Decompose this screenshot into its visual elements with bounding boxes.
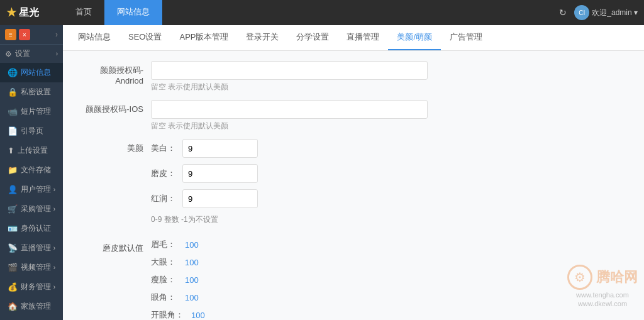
openeyecorner-label: 开眼角： <box>151 309 189 320</box>
sidebar-item-label: 网站信息 <box>21 67 51 78</box>
sidebar-item-label: 私密设置 <box>21 87 51 97</box>
sidebar-item-users[interactable]: 👤 用户管理 › <box>0 180 63 199</box>
sidebar-item-label: 上传设置 <box>18 145 48 156</box>
ios-auth-hint: 留空 表示使用默认美颜 <box>151 121 440 131</box>
sidebar-item-site-info[interactable]: 🌐 网站信息 <box>0 63 63 82</box>
range-hint: 0-9 整数 -1为不设置 <box>151 214 440 225</box>
sidebar-item-family[interactable]: 🏠 家族管理 <box>0 297 63 316</box>
tab-seo[interactable]: SEO设置 <box>119 25 170 50</box>
tab-beauty[interactable]: 美颜/萌颜 <box>388 25 441 50</box>
ios-auth-label: 颜颜授权码-IOS <box>75 100 151 115</box>
ruddy-row: 红润： <box>151 189 440 208</box>
sidebar-item-label: 财务管理 <box>21 282 51 292</box>
brow-label: 眉毛： <box>151 239 182 250</box>
sidebar-item-label: 直播管理 <box>21 243 51 253</box>
arrow-icon: › <box>53 206 55 212</box>
android-auth-content: 留空 表示使用默认美颜 <box>151 61 440 92</box>
settings-label: 设置 <box>15 48 30 59</box>
sidebar: ≡ × › ⚙ 设置 › 🌐 网站信息 🔒 私密设置 📹 短片管理 📄 引导页 … <box>0 25 63 320</box>
tab-app-version[interactable]: APP版本管理 <box>170 25 237 50</box>
arrow-icon: › <box>53 264 55 271</box>
shorts-icon: 📹 <box>8 107 18 116</box>
brow-value: 100 <box>185 240 199 250</box>
sidebar-item-upload[interactable]: ⬆ 上传设置 <box>0 141 63 160</box>
content-area: 网站信息 SEO设置 APP版本管理 登录开关 分学设置 直播管理 美颜/萌颜 … <box>63 25 644 320</box>
tab-site-info[interactable]: 网站信息 <box>104 0 162 25</box>
tab-share-settings[interactable]: 分学设置 <box>287 25 338 50</box>
upload-icon: ⬆ <box>8 146 14 155</box>
avatar: CI <box>574 5 589 20</box>
user-label[interactable]: 欢迎_admin ▾ <box>592 8 638 18</box>
sidebar-item-label: 采购管理 <box>21 204 51 214</box>
main-layout: ≡ × › ⚙ 设置 › 🌐 网站信息 🔒 私密设置 📹 短片管理 📄 引导页 … <box>0 25 644 320</box>
finance-icon: 💰 <box>8 282 18 292</box>
ios-auth-row: 颜颜授权码-IOS 留空 表示使用默认美颜 <box>75 100 631 131</box>
arrow-icon: › <box>53 245 55 251</box>
sidebar-item-guide[interactable]: 📄 引导页 <box>0 121 63 141</box>
beauty-content: 美白： 磨皮： 红润： 0-9 整数 -1为不设置 <box>151 139 440 231</box>
site-info-icon: 🌐 <box>8 68 18 77</box>
skin-input[interactable] <box>182 164 258 183</box>
whitening-input[interactable] <box>182 139 258 158</box>
sidebar-item-auth[interactable]: 🪪 身份认证 <box>0 219 63 238</box>
sidebar-item-label: 文件存储 <box>21 165 51 175</box>
sidebar-collapse[interactable]: › <box>55 30 58 39</box>
users-icon: 👤 <box>8 185 18 194</box>
sidebar-btn-menu[interactable]: ≡ <box>5 29 16 40</box>
sidebar-item-privacy[interactable]: 🔒 私密设置 <box>0 82 63 102</box>
android-auth-row: 颜颜授权码-Andriod 留空 表示使用默认美颜 <box>75 61 631 92</box>
star-icon: ★ <box>6 6 16 19</box>
tab-login-switch[interactable]: 登录开关 <box>237 25 287 50</box>
sidebar-item-label: 短片管理 <box>21 106 51 117</box>
whitening-row: 美白： <box>151 139 440 158</box>
slimface-row: 瘦脸： 100 <box>151 274 440 285</box>
android-auth-hint: 留空 表示使用默认美颜 <box>151 82 440 92</box>
chevron-right-icon: › <box>56 50 58 57</box>
whitening-label: 美白： <box>151 143 182 154</box>
video-icon: 🎬 <box>8 263 18 272</box>
bigeye-value: 100 <box>185 258 199 267</box>
sidebar-item-files[interactable]: 📁 文件存储 <box>0 160 63 180</box>
tab-site-info[interactable]: 网站信息 <box>69 25 119 50</box>
tab-live-manage[interactable]: 直播管理 <box>338 25 388 50</box>
eyecorner-label: 眼角： <box>151 292 182 303</box>
sidebar-section-settings[interactable]: ⚙ 设置 › <box>0 45 63 63</box>
tab-ads[interactable]: 广告管理 <box>441 25 491 50</box>
live-icon: 📡 <box>8 243 18 253</box>
auth-icon: 🪪 <box>8 224 18 233</box>
sidebar-item-video[interactable]: 🎬 视频管理 › <box>0 258 63 277</box>
files-icon: 📁 <box>8 165 18 175</box>
form-area: 颜颜授权码-Andriod 留空 表示使用默认美颜 颜颜授权码-IOS 留空 表… <box>63 51 644 320</box>
ruddy-label: 红润： <box>151 193 182 204</box>
tab-home[interactable]: 首页 <box>63 0 104 25</box>
ios-auth-input[interactable] <box>151 100 428 119</box>
refresh-icon[interactable]: ↻ <box>559 8 567 18</box>
sidebar-item-purchase[interactable]: 🛒 采购管理 › <box>0 199 63 219</box>
guide-icon: 📄 <box>8 126 18 136</box>
user-info: CI 欢迎_admin ▾ <box>574 5 638 20</box>
settings-icon: ⚙ <box>5 50 12 58</box>
skin-row: 磨皮： <box>151 164 440 183</box>
purchase-icon: 🛒 <box>8 204 18 214</box>
openeyecorner-value: 100 <box>191 311 205 320</box>
sidebar-item-shorts[interactable]: 📹 短片管理 <box>0 102 63 121</box>
sidebar-btn-close[interactable]: × <box>19 29 30 40</box>
eyecorner-row: 眼角： 100 <box>151 292 440 303</box>
sidebar-item-live[interactable]: 📡 直播管理 › <box>0 238 63 258</box>
header-right: ↻ CI 欢迎_admin ▾ <box>559 5 638 20</box>
family-icon: 🏠 <box>8 302 18 311</box>
top-nav: 首页 网站信息 <box>63 0 559 25</box>
ios-auth-content: 留空 表示使用默认美颜 <box>151 100 440 131</box>
android-auth-label: 颜颜授权码-Andriod <box>75 61 151 86</box>
beauty-section-row: 美颜 美白： 磨皮： 红润： <box>75 139 631 231</box>
sidebar-item-label: 家族管理 <box>21 301 51 312</box>
default-content: 眉毛： 100 大眼： 100 瘦脸： 100 眼角： <box>151 239 440 320</box>
sidebar-item-mall[interactable]: 🏪 商城管理 <box>0 316 63 320</box>
android-auth-input[interactable] <box>151 61 428 80</box>
sidebar-item-label: 用户管理 <box>21 184 51 195</box>
sub-nav: 网站信息 SEO设置 APP版本管理 登录开关 分学设置 直播管理 美颜/萌颜 … <box>63 25 644 51</box>
arrow-icon: › <box>53 186 55 193</box>
skin-label: 磨皮： <box>151 168 182 179</box>
sidebar-item-finance[interactable]: 💰 财务管理 › <box>0 277 63 297</box>
ruddy-input[interactable] <box>182 189 258 208</box>
